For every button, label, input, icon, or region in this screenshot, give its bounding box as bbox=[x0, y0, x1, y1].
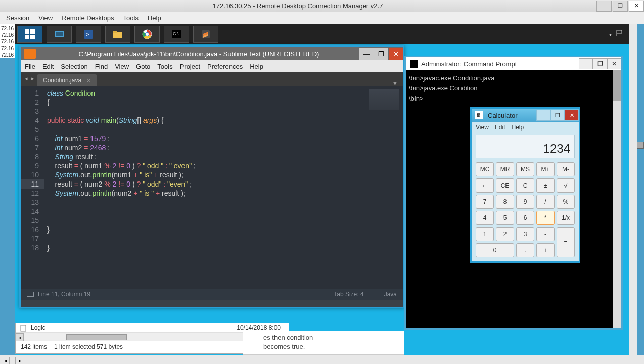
rdcm-menu-tools[interactable]: Tools bbox=[123, 14, 139, 22]
status-lang[interactable]: Java bbox=[384, 291, 397, 298]
cmd-minimize-button[interactable]: — bbox=[579, 58, 593, 69]
sublime-minimize-button[interactable]: — bbox=[359, 48, 374, 60]
cmd-maximize-button[interactable]: ❐ bbox=[593, 58, 607, 69]
taskbar-powershell[interactable]: >_ bbox=[76, 26, 101, 43]
calc-close-button[interactable]: ✕ bbox=[565, 110, 579, 121]
svg-rect-1 bbox=[30, 29, 35, 34]
rdcm-menu-help[interactable]: Help bbox=[148, 14, 161, 22]
calc-key-mminus[interactable]: M- bbox=[557, 162, 575, 176]
line-gutter: 123456789101112131415161718 bbox=[21, 86, 44, 289]
tab-dropdown-icon[interactable]: ▼ bbox=[392, 80, 398, 86]
calc-key-plusminus[interactable]: ± bbox=[536, 178, 555, 193]
sublime-editor[interactable]: 123456789101112131415161718 class Condit… bbox=[21, 86, 403, 289]
calc-key-reciprocal[interactable]: 1/x bbox=[557, 211, 575, 225]
rdcm-server-item[interactable]: 72.16 bbox=[0, 52, 15, 58]
rdcm-maximize-button[interactable]: ❐ bbox=[613, 1, 628, 12]
calc-key-divide[interactable]: / bbox=[536, 195, 555, 209]
calc-key-8[interactable]: 8 bbox=[496, 195, 514, 209]
tray-flag-icon[interactable] bbox=[616, 29, 624, 39]
calc-key-backspace[interactable]: ← bbox=[476, 178, 494, 193]
calculator-icon: 🖩 bbox=[475, 111, 483, 119]
calc-maximize-button[interactable]: ❐ bbox=[550, 110, 565, 121]
scroll-thumb[interactable] bbox=[66, 334, 127, 340]
rdcm-server-item[interactable]: 72.16 bbox=[0, 25, 15, 32]
calc-key-4[interactable]: 4 bbox=[476, 211, 494, 225]
taskbar-server-manager[interactable] bbox=[47, 26, 72, 43]
sublime-menu-edit[interactable]: Edit bbox=[42, 63, 54, 70]
sublime-menu-selection[interactable]: Selection bbox=[61, 63, 87, 70]
taskbar-cmd[interactable]: C:\ bbox=[164, 26, 189, 43]
taskbar-sublime[interactable] bbox=[193, 26, 218, 43]
calc-key-mc[interactable]: MC bbox=[476, 162, 494, 176]
rdcm-menu-view[interactable]: View bbox=[38, 14, 53, 22]
cmd-title-text: Administrator: Command Prompt bbox=[421, 60, 517, 68]
sublime-menu-file[interactable]: File bbox=[25, 63, 35, 70]
tray-chevron-icon[interactable]: ▾ bbox=[609, 32, 612, 37]
tab-nav-arrows[interactable]: ◂ ▸ bbox=[25, 75, 35, 82]
cmd-close-button[interactable]: ✕ bbox=[607, 58, 621, 69]
taskbar-chrome[interactable] bbox=[134, 26, 160, 43]
tab-close-icon[interactable]: ✕ bbox=[86, 77, 91, 84]
rdcm-menu-session[interactable]: Session bbox=[6, 14, 29, 22]
calc-menu-help[interactable]: Help bbox=[511, 124, 524, 131]
scroll-left-icon[interactable]: ◂ bbox=[1, 357, 10, 365]
sublime-menu-goto[interactable]: Goto bbox=[136, 63, 150, 70]
rdcm-server-item[interactable]: 72.16 bbox=[0, 45, 15, 52]
code-area[interactable]: class Condition { public static void mai… bbox=[44, 86, 403, 289]
scroll-right-icon[interactable]: ▸ bbox=[15, 357, 24, 365]
status-item-count: 142 items bbox=[21, 343, 47, 350]
calc-key-6[interactable]: 6 bbox=[516, 211, 534, 225]
calc-key-multiply[interactable]: * bbox=[536, 211, 555, 225]
calc-key-1[interactable]: 1 bbox=[476, 227, 494, 241]
minimap[interactable] bbox=[369, 89, 399, 110]
calc-key-0[interactable]: 0 bbox=[476, 243, 514, 257]
sublime-close-button[interactable]: ✕ bbox=[389, 48, 403, 60]
sublime-maximize-button[interactable]: ❐ bbox=[374, 48, 388, 60]
sublime-menu-help[interactable]: Help bbox=[250, 63, 263, 70]
calc-menu-edit[interactable]: Edit bbox=[495, 124, 505, 131]
sublime-menu-project[interactable]: Project bbox=[180, 63, 200, 70]
calc-titlebar[interactable]: 🖩 Calculator — ❐ ✕ bbox=[472, 109, 579, 122]
calc-key-percent[interactable]: % bbox=[557, 195, 575, 209]
calc-key-mr[interactable]: MR bbox=[496, 162, 514, 176]
calc-key-mplus[interactable]: M+ bbox=[536, 162, 555, 176]
file-name: Logic bbox=[31, 324, 45, 331]
calc-minimize-button[interactable]: — bbox=[536, 110, 550, 121]
sublime-menu-tools[interactable]: Tools bbox=[157, 63, 172, 70]
tab-condition-java[interactable]: Condition.java ✕ bbox=[37, 74, 97, 86]
rdcm-hscrollbar[interactable]: ◂ ▸ bbox=[0, 355, 644, 364]
scroll-left-icon[interactable]: ◂ bbox=[16, 333, 24, 341]
status-selection: 1 item selected 571 bytes bbox=[54, 343, 123, 350]
sublime-titlebar[interactable]: C:\Program Files\Java\jdk-11\bin\Conditi… bbox=[21, 47, 403, 60]
calc-key-3[interactable]: 3 bbox=[516, 227, 534, 241]
calc-key-9[interactable]: 9 bbox=[516, 195, 534, 209]
calc-key-7[interactable]: 7 bbox=[476, 195, 494, 209]
calc-key-c[interactable]: C bbox=[516, 178, 534, 193]
calc-key-sqrt[interactable]: √ bbox=[557, 178, 575, 193]
calc-key-equals[interactable]: = bbox=[557, 227, 575, 257]
sublime-menu-preferences[interactable]: Preferences bbox=[207, 63, 243, 70]
rdcm-vscrollbar[interactable] bbox=[629, 24, 637, 355]
cmd-scrollbar[interactable] bbox=[613, 70, 621, 328]
rdcm-server-item[interactable]: 72.16 bbox=[0, 32, 15, 38]
rdcm-close-button[interactable]: ✕ bbox=[629, 1, 644, 12]
rdcm-server-item[interactable]: 72.16 bbox=[0, 38, 15, 45]
calc-key-ms[interactable]: MS bbox=[516, 162, 534, 176]
start-button[interactable] bbox=[17, 26, 42, 43]
calc-key-add[interactable]: + bbox=[536, 243, 555, 257]
cmd-titlebar[interactable]: Administrator: Command Prompt — ❐ ✕ bbox=[406, 57, 621, 70]
calc-key-decimal[interactable]: . bbox=[516, 243, 534, 257]
sublime-menu-view[interactable]: View bbox=[115, 63, 129, 70]
calc-key-2[interactable]: 2 bbox=[496, 227, 514, 241]
sublime-menu-find[interactable]: Find bbox=[95, 63, 108, 70]
status-tabsize[interactable]: Tab Size: 4 bbox=[334, 291, 363, 298]
rdcm-minimize-button[interactable]: — bbox=[596, 1, 612, 12]
calc-key-5[interactable]: 5 bbox=[496, 211, 514, 225]
rdcm-menu-remote-desktops[interactable]: Remote Desktops bbox=[62, 14, 114, 22]
taskbar-explorer[interactable] bbox=[105, 26, 130, 43]
cmd-line: \bin> bbox=[409, 94, 618, 104]
calc-key-subtract[interactable]: - bbox=[536, 227, 555, 241]
calc-menu-view[interactable]: View bbox=[476, 124, 489, 131]
calc-key-ce[interactable]: CE bbox=[496, 178, 514, 193]
calculator-window: 🖩 Calculator — ❐ ✕ View Edit Help 1234 M… bbox=[470, 107, 580, 263]
